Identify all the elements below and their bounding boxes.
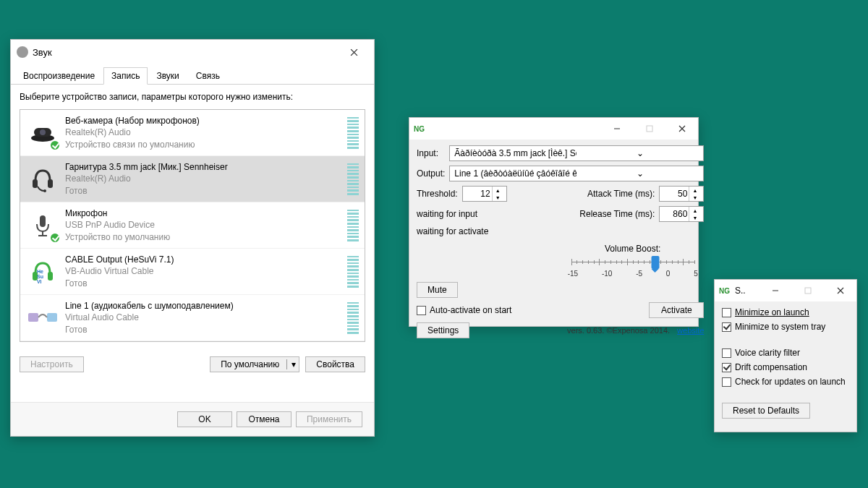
release-stepper[interactable]: ▲▼ [659, 206, 704, 222]
output-label: Output: [417, 168, 445, 179]
level-meter [347, 163, 359, 195]
website-link[interactable]: website [677, 326, 704, 335]
release-label: Release Time (ms): [579, 209, 655, 219]
svg-text:NG: NG [414, 125, 425, 133]
checkbox-icon [722, 308, 731, 317]
settings-option[interactable]: Check for updates on launch [722, 377, 849, 387]
settings-option[interactable]: Drift compensation [722, 362, 849, 372]
output-value: Line 1 (âèðòóàëüíûé çâóêîâîé êàáåëü) (Vi… [450, 168, 576, 179]
output-select[interactable]: Line 1 (âèðòóàëüíûé çâóêîâîé êàáåëü) (Vi… [449, 166, 704, 181]
boost-label: Volume Boost: [561, 244, 704, 254]
dropdown-arrow-icon: ▾ [286, 359, 296, 369]
boost-slider[interactable] [571, 254, 694, 271]
tab-recording[interactable]: Запись [103, 67, 148, 85]
level-meter [347, 210, 359, 241]
svg-rect-4 [48, 179, 53, 188]
device-driver: Realtek(R) Audio [65, 127, 347, 138]
dialog-buttons: OK Отмена Применить [11, 402, 374, 436]
chevron-down-icon: ⌄ [576, 148, 703, 158]
level-meter [347, 256, 359, 288]
properties-button[interactable]: Свойства [305, 356, 365, 372]
auto-activate-checkbox[interactable]: Auto-activate on start [417, 305, 511, 315]
spin-down-icon[interactable]: ▼ [492, 194, 503, 201]
mic-icon [26, 209, 59, 242]
spin-down-icon[interactable]: ▼ [689, 214, 700, 221]
release-input[interactable] [660, 209, 689, 219]
ng-titlebar: NG [409, 118, 698, 140]
device-text: CABLE Output (HeSuVi 7.1)VB-Audio Virtua… [65, 254, 347, 289]
device-row[interactable]: Гарнитура 3.5 mm jack [Мик.] SennheiserR… [20, 156, 365, 202]
tab-sounds[interactable]: Звуки [148, 67, 187, 84]
device-text: Гарнитура 3.5 mm jack [Мик.] SennheiserR… [65, 161, 347, 197]
level-meter [347, 302, 359, 334]
check-badge-icon [49, 232, 61, 244]
device-status: Устройство по умолчанию [65, 231, 347, 243]
activate-button[interactable]: Activate [649, 302, 704, 318]
option-label: Voice clarity filter [735, 348, 800, 358]
device-text: Line 1 (аудиокабель с шумоподавлением)Vi… [65, 300, 347, 335]
device-row[interactable]: МикрофонUSB PnP Audio DeviceУстройство п… [20, 202, 365, 249]
threshold-label: Threshold: [417, 189, 458, 199]
settings-title: S.. [735, 286, 746, 296]
device-text: Веб-камера (Набор микрофонов)Realtek(R) … [65, 115, 347, 150]
settings-window: NG S.. Minimize on launchMinimize to sys… [714, 279, 857, 432]
sound-dialog: Звук Воспроизведение Запись Звуки Связь … [10, 39, 375, 437]
mute-button[interactable]: Mute [417, 282, 458, 298]
set-default-button[interactable]: По умолчанию ▾ [210, 356, 299, 372]
svg-rect-17 [647, 126, 652, 132]
input-select[interactable]: Ãàðíèòóðà 3.5 mm jack [Ìèê.] Se ⌄ [449, 145, 704, 161]
svg-rect-19 [805, 288, 811, 294]
tab-playback[interactable]: Воспроизведение [15, 67, 103, 84]
device-name: Line 1 (аудиокабель с шумоподавлением) [65, 300, 347, 312]
device-status: Готов [65, 185, 347, 197]
version-text: vers. 0.63. ©Expenosa 2014. [567, 326, 670, 335]
device-name: Микрофон [65, 207, 347, 219]
device-status: Устройство связи по умолчанию [65, 139, 347, 150]
threshold-input[interactable] [463, 189, 492, 199]
chevron-down-icon: ⌄ [576, 168, 703, 179]
auto-activate-label: Auto-activate on start [430, 305, 511, 315]
settings-option[interactable]: Voice clarity filter [722, 348, 849, 358]
checkbox-icon [417, 306, 426, 315]
slider-thumb[interactable] [651, 256, 659, 269]
minimize-button[interactable] [759, 281, 791, 301]
configure-button[interactable]: Настроить [20, 356, 84, 372]
spin-up-icon[interactable]: ▲ [689, 207, 700, 214]
cancel-button[interactable]: Отмена [237, 411, 292, 427]
device-driver: USB PnP Audio Device [65, 219, 347, 231]
spin-up-icon[interactable]: ▲ [492, 187, 503, 194]
svg-text:Vi: Vi [37, 279, 42, 284]
svg-point-5 [43, 189, 46, 192]
set-default-label: По умолчанию [221, 359, 279, 369]
sound-title: Звук [33, 47, 52, 58]
close-button[interactable] [824, 281, 856, 301]
close-button[interactable] [339, 42, 368, 62]
settings-option[interactable]: Minimize to system tray [722, 322, 849, 332]
device-row[interactable]: Line 1 (аудиокабель с шумоподавлением)Vi… [20, 295, 365, 341]
spin-down-icon[interactable]: ▼ [689, 194, 700, 201]
ng-app-icon: NG [414, 123, 425, 134]
device-driver: Realtek(R) Audio [65, 173, 347, 184]
apply-button[interactable]: Применить [296, 411, 362, 427]
reset-defaults-button[interactable]: Reset to Defaults [722, 403, 810, 419]
sound-titlebar: Звук [11, 40, 374, 64]
settings-option[interactable]: Minimize on launch [722, 307, 849, 317]
maximize-button[interactable] [791, 281, 824, 301]
ok-button[interactable]: OK [177, 411, 232, 427]
tab-bar: Воспроизведение Запись Звуки Связь [11, 67, 374, 85]
minimize-button[interactable] [600, 119, 633, 139]
device-driver: VB-Audio Virtual Cable [65, 265, 347, 277]
device-row[interactable]: HeSuViCABLE Output (HeSuVi 7.1)VB-Audio … [20, 249, 365, 295]
settings-button[interactable]: Settings [417, 322, 469, 338]
device-row[interactable]: Веб-камера (Набор микрофонов)Realtek(R) … [20, 110, 365, 156]
speaker-icon [17, 46, 28, 58]
hesuvi-icon: HeSuVi [26, 255, 59, 288]
spin-up-icon[interactable]: ▲ [689, 187, 700, 194]
svg-point-2 [40, 129, 46, 135]
attack-stepper[interactable]: ▲▼ [659, 186, 704, 202]
close-button[interactable] [665, 119, 698, 139]
tab-communications[interactable]: Связь [188, 67, 228, 84]
attack-input[interactable] [660, 189, 689, 199]
threshold-stepper[interactable]: ▲▼ [462, 186, 507, 202]
maximize-button[interactable] [633, 119, 665, 139]
